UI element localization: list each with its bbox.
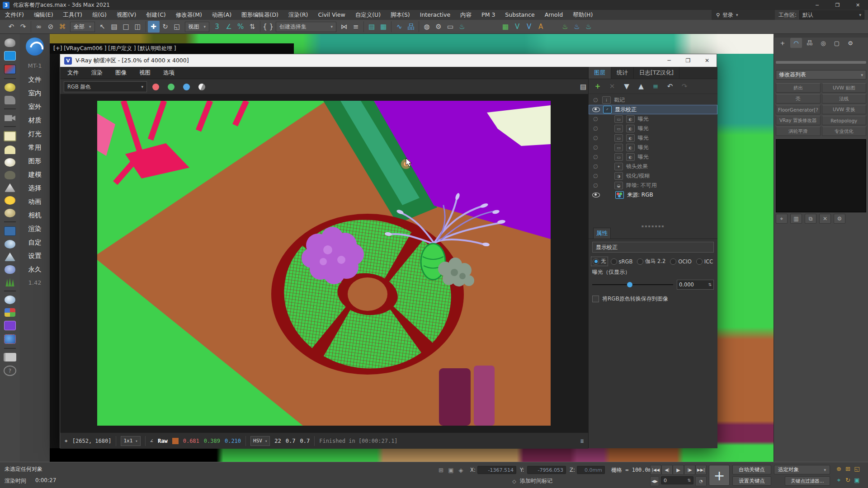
rotate-tool-icon[interactable]: ↻: [160, 21, 171, 33]
visibility-off-icon[interactable]: ∅: [592, 135, 599, 141]
show-end-result-icon[interactable]: ▥: [790, 214, 802, 224]
checkbox[interactable]: [592, 296, 599, 302]
radio-srgb[interactable]: sRGB: [609, 258, 634, 266]
rendered-frame-window-icon[interactable]: ▭: [444, 21, 456, 33]
named-selection-dropdown[interactable]: 创建选择集 ▾: [276, 22, 336, 32]
vray-toolbar-icon[interactable]: V: [511, 21, 523, 33]
menu-substance[interactable]: Substance: [500, 10, 539, 20]
layer-row-exposure[interactable]: ∅ ▭ ◐ 曝光: [589, 133, 717, 143]
radio-ocio[interactable]: OCIO: [669, 258, 693, 266]
render-teapot-green-icon[interactable]: ♨: [559, 21, 571, 33]
modifier-button-prooptimizer[interactable]: 专业优化: [822, 127, 867, 136]
menu-graph-editors[interactable]: 图形编辑器(D): [236, 10, 283, 20]
spinner-snap-icon[interactable]: ⇅: [246, 21, 258, 33]
set-keys-button[interactable]: +: [709, 465, 730, 486]
menu-views[interactable]: 视图(V): [112, 10, 141, 20]
sidebar-item-render[interactable]: 渲染: [28, 222, 42, 235]
exposure-slider[interactable]: [592, 284, 673, 285]
pane-splitter[interactable]: ▪▪▪▪▪▪▪: [589, 225, 717, 228]
material-sphere-icon[interactable]: [5, 296, 15, 304]
visibility-off-icon[interactable]: ∅: [592, 182, 599, 189]
minimize-button[interactable]: ─: [807, 0, 827, 10]
modifier-button-vraydisplacement[interactable]: VRay 置换修改器: [776, 116, 821, 125]
render-teapot-teal-icon[interactable]: ♨: [583, 21, 594, 33]
menu-create[interactable]: 创建(C): [141, 10, 170, 20]
layer-row-exposure[interactable]: ∅ ▭ ◐ 曝光: [589, 143, 717, 152]
scene-explorer-icon[interactable]: [4, 51, 16, 61]
layers-undo-icon[interactable]: ↶: [664, 80, 676, 92]
layer-row-exposure[interactable]: ∅ ▭ ◐ 曝光: [589, 124, 717, 133]
slider-handle[interactable]: [627, 282, 632, 287]
percent-snap-icon[interactable]: %: [235, 21, 246, 33]
pipette-icon[interactable]: ⌖: [65, 438, 68, 444]
menu-animation[interactable]: 动画(A): [207, 10, 236, 20]
load-layers-icon[interactable]: ▲: [635, 80, 647, 92]
add-layer-icon[interactable]: +: [591, 80, 604, 92]
transform-gizmo-icon[interactable]: ⊞: [437, 466, 445, 474]
go-to-end-button[interactable]: ▶▶|: [695, 465, 707, 475]
scale-tool-icon[interactable]: ◱: [171, 21, 183, 33]
modifier-button-extrude[interactable]: 挤出: [776, 83, 821, 93]
key-filter-dropdown[interactable]: 选定对象 ▾: [774, 465, 830, 474]
auto-key-button[interactable]: 自动关键点: [732, 465, 771, 474]
window-crossing-icon[interactable]: ◫: [132, 21, 144, 33]
set-key-button[interactable]: 设置关键点: [732, 476, 771, 486]
mountain-icon[interactable]: [5, 183, 15, 192]
key-filters-button[interactable]: 关键点过滤器...: [785, 476, 830, 486]
tab-motion[interactable]: ◎: [817, 38, 829, 48]
keyboard-shortcut-icon[interactable]: [4, 226, 16, 236]
visibility-off-icon[interactable]: ∅: [592, 116, 599, 122]
visibility-off-icon[interactable]: ∅: [592, 173, 599, 179]
modifier-button-uvwxform[interactable]: UVW 变换: [822, 105, 867, 114]
visibility-on-icon[interactable]: [592, 192, 600, 197]
modifier-button-shell[interactable]: 壳: [776, 94, 821, 103]
green-channel-toggle[interactable]: [164, 81, 178, 93]
rectangular-region-icon[interactable]: □: [120, 21, 132, 33]
blue-channel-toggle[interactable]: [179, 81, 193, 93]
render-production-icon[interactable]: ♨: [456, 21, 468, 33]
layers-redo-icon[interactable]: ↷: [678, 80, 691, 92]
sidebar-item-settings[interactable]: 设置: [28, 249, 42, 263]
visibility-on-icon[interactable]: [592, 107, 600, 112]
arnold-plugin-icon[interactable]: A: [535, 21, 547, 33]
chaos-plugin-icon[interactable]: V: [523, 21, 535, 33]
vfb-maximize-button[interactable]: ❐: [679, 54, 698, 67]
vfb-minimize-button[interactable]: ─: [660, 54, 679, 67]
edit-named-selection-icon[interactable]: { }: [262, 21, 274, 33]
layer-row-exposure[interactable]: ∅ ▭ ◐ 曝光: [589, 114, 717, 124]
sidebar-item-exterior[interactable]: 室外: [28, 100, 42, 113]
palette-icon[interactable]: [4, 321, 16, 330]
tab-modify[interactable]: ◠: [790, 38, 802, 48]
spinner-icon[interactable]: ⇅: [708, 282, 712, 287]
sun-icon[interactable]: [5, 196, 15, 205]
pan-view-icon[interactable]: ⌖: [835, 476, 843, 484]
sidebar-item-common[interactable]: 常用: [28, 141, 42, 154]
grass-icon[interactable]: [5, 278, 15, 286]
zoom-extents-all-icon[interactable]: ⊞: [844, 465, 852, 473]
schematic-view-icon[interactable]: 品: [405, 21, 417, 33]
menu-scripting[interactable]: 脚本(S): [386, 10, 415, 20]
selection-lock-icon[interactable]: ▣: [447, 466, 455, 474]
sidebar-item-shape[interactable]: 图形: [28, 154, 42, 168]
vfb-menu-image[interactable]: 图像: [115, 69, 127, 77]
menu-rendering[interactable]: 渲染(R): [283, 10, 313, 20]
align-icon[interactable]: ≡: [350, 21, 362, 33]
sidebar-item-permanent[interactable]: 永久: [28, 263, 42, 276]
sidebar-item-interior[interactable]: 室内: [28, 86, 42, 100]
render-setup-icon[interactable]: ⚙: [433, 21, 444, 33]
workspace-dropdown[interactable]: 默认 ▾: [799, 10, 864, 19]
go-to-start-button[interactable]: |◀◀: [650, 465, 661, 475]
login-dropdown[interactable]: ⚲ 登录 ▾: [712, 10, 775, 20]
color-balls-icon[interactable]: [5, 308, 15, 317]
menu-tools[interactable]: 工具(T): [58, 10, 87, 20]
properties-tab-label[interactable]: 属性: [593, 228, 611, 239]
hsv-dropdown[interactable]: HSV ▾: [250, 436, 270, 446]
select-region-sphere-icon[interactable]: [4, 334, 16, 344]
spinner-icon[interactable]: ⇅: [687, 478, 691, 483]
layer-row-stamp[interactable]: ∅ i 戳记: [589, 95, 717, 105]
close-button[interactable]: ✕: [848, 0, 868, 10]
channel-dropdown[interactable]: RGB 颜色 ▾: [64, 81, 147, 92]
menu-file[interactable]: 文件(F): [0, 10, 29, 20]
vfb-menu-options[interactable]: 选项: [163, 69, 175, 77]
render-teapot-blue-icon[interactable]: ♨: [571, 21, 583, 33]
